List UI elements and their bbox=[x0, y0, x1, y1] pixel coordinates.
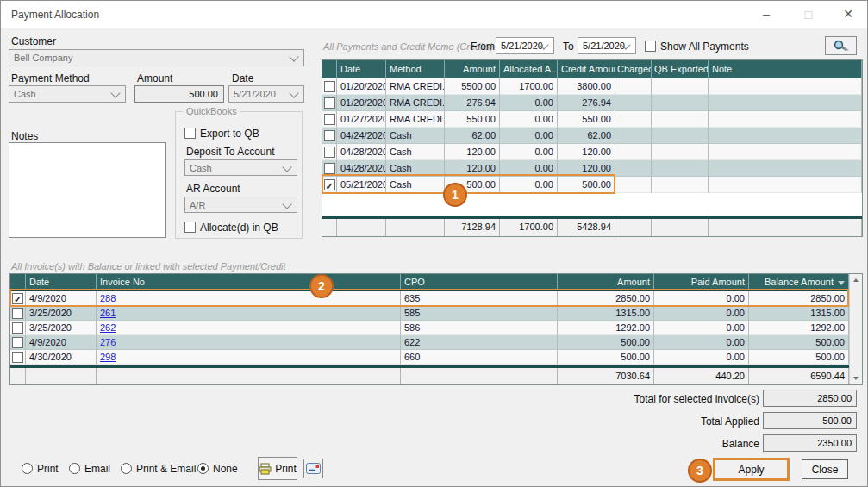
invoice-link[interactable]: 262 bbox=[100, 322, 116, 333]
invoice-row[interactable]: 4/30/2020 298 660 500.00 0.00 500.00 bbox=[10, 350, 849, 365]
invoices-totals-row: 7030.64 440.20 6590.44 bbox=[10, 368, 849, 384]
sort-descending-icon bbox=[838, 281, 845, 285]
header-charged[interactable]: Charged bbox=[615, 60, 652, 78]
annotation-step-2: 2 bbox=[309, 274, 334, 298]
row-checkbox[interactable] bbox=[324, 114, 335, 125]
total-applied-label: Total Applied bbox=[518, 415, 759, 428]
invoice-link[interactable]: 261 bbox=[100, 308, 116, 318]
row-checkbox[interactable] bbox=[324, 97, 335, 109]
row-checkbox[interactable] bbox=[12, 293, 23, 304]
from-date-select[interactable]: 5/21/2020 bbox=[496, 37, 554, 54]
cell-credit: 120.00 bbox=[558, 144, 615, 160]
payment-row-selected[interactable]: 05/21/2020 Cash 500.00 0.00 500.00 bbox=[322, 177, 862, 193]
balance-label: Balance bbox=[518, 438, 759, 450]
customer-select[interactable]: Bell Company bbox=[9, 49, 304, 66]
header-date[interactable]: Date bbox=[26, 274, 97, 290]
row-checkbox[interactable] bbox=[324, 130, 335, 141]
header-amount[interactable]: Amount bbox=[445, 60, 500, 78]
radio-print-and-email-circle[interactable] bbox=[121, 463, 132, 474]
radio-none[interactable]: None bbox=[197, 463, 238, 475]
cell-amount: 1315.00 bbox=[558, 306, 654, 321]
radio-none-label: None bbox=[213, 463, 238, 475]
vertical-scrollbar[interactable] bbox=[849, 274, 862, 384]
total-paid: 440.20 bbox=[654, 368, 749, 384]
cell-allocated: 0.00 bbox=[500, 111, 558, 128]
header-paid-amount[interactable]: Paid Amount bbox=[654, 274, 749, 290]
notes-textarea[interactable] bbox=[9, 142, 166, 238]
cell-date: 3/25/2020 bbox=[26, 306, 97, 321]
radio-print[interactable]: Print bbox=[22, 463, 59, 475]
header-cpo[interactable]: CPO bbox=[401, 274, 558, 290]
payment-method-select[interactable]: Cash bbox=[9, 85, 126, 103]
radio-email[interactable]: Email bbox=[69, 463, 110, 475]
header-note[interactable]: Note bbox=[709, 60, 862, 78]
print-button[interactable]: Print bbox=[258, 457, 297, 480]
header-qb-exported[interactable]: QB Exported bbox=[652, 60, 709, 78]
to-date-select[interactable]: 5/21/2020 bbox=[578, 37, 636, 54]
cell-amount: 62.00 bbox=[445, 128, 500, 144]
scroll-down-icon[interactable] bbox=[850, 371, 862, 384]
close-button[interactable]: Close bbox=[802, 459, 848, 479]
radio-email-label: Email bbox=[84, 463, 110, 475]
cell-method: RMA CREDI.. bbox=[386, 78, 445, 95]
show-all-payments-option[interactable]: Show All Payments bbox=[645, 41, 749, 53]
show-all-payments-checkbox[interactable] bbox=[645, 41, 656, 52]
search-button[interactable] bbox=[825, 36, 857, 55]
row-checkbox[interactable] bbox=[324, 179, 335, 190]
row-checkbox[interactable] bbox=[12, 352, 23, 363]
invoice-row[interactable]: 4/9/2020 276 622 500.00 0.00 500.00 bbox=[10, 335, 849, 350]
payment-row[interactable]: 04/28/2020 Cash 120.00 0.00 120.00 bbox=[322, 160, 862, 177]
header-credit-amount[interactable]: Credit Amount bbox=[558, 60, 615, 78]
date-label: Date bbox=[232, 72, 253, 84]
header-amount[interactable]: Amount bbox=[558, 274, 654, 290]
invoice-row[interactable]: 3/25/2020 262 586 1292.00 0.00 1292.00 bbox=[10, 321, 849, 335]
invoice-link[interactable]: 288 bbox=[100, 293, 116, 303]
export-to-qb-checkbox[interactable] bbox=[184, 128, 196, 139]
email-button[interactable] bbox=[303, 459, 323, 478]
radio-print-and-email[interactable]: Print & Email bbox=[121, 463, 196, 475]
title-bar: Payment Allocation – ◻ ✕ bbox=[1, 1, 867, 28]
invoice-row[interactable]: 3/25/2020 261 585 1315.00 0.00 1315.00 bbox=[10, 306, 849, 321]
row-checkbox[interactable] bbox=[324, 81, 335, 92]
close-icon[interactable]: ✕ bbox=[834, 1, 863, 27]
radio-none-circle[interactable] bbox=[197, 463, 209, 474]
row-checkbox[interactable] bbox=[12, 337, 23, 348]
allocated-in-qb-checkbox[interactable] bbox=[184, 222, 196, 233]
header-method[interactable]: Method bbox=[386, 60, 445, 78]
ar-account-select[interactable]: A/R bbox=[184, 197, 297, 213]
radio-print-and-email-label: Print & Email bbox=[136, 463, 196, 475]
payment-row[interactable]: 04/28/2020 Cash 120.00 0.00 120.00 bbox=[322, 144, 862, 160]
invoice-row-selected[interactable]: 4/9/2020 288 635 2850.00 0.00 2850.00 bbox=[10, 291, 849, 306]
header-invoice-no[interactable]: Invoice No bbox=[97, 274, 401, 290]
minimize-button[interactable]: – bbox=[752, 1, 781, 27]
deposit-account-select[interactable]: Cash bbox=[184, 159, 297, 176]
row-checkbox[interactable] bbox=[12, 308, 23, 319]
radio-print-circle[interactable] bbox=[22, 463, 33, 474]
search-icon bbox=[833, 40, 850, 52]
header-date[interactable]: Date bbox=[337, 60, 386, 78]
invoice-link[interactable]: 276 bbox=[100, 337, 116, 347]
scroll-up-icon[interactable] bbox=[850, 274, 862, 287]
row-checkbox[interactable] bbox=[12, 322, 23, 334]
date-select[interactable]: 5/21/2020 bbox=[228, 85, 304, 103]
payment-row[interactable]: 01/20/2020 RMA CREDI.. 276.94 0.00 276.9… bbox=[322, 95, 862, 111]
cell-date: 4/30/2020 bbox=[26, 350, 97, 365]
invoices-section-label: All Invoice(s) with Balance or linked wi… bbox=[11, 261, 286, 272]
row-checkbox[interactable] bbox=[324, 147, 335, 158]
allocated-in-qb-option[interactable]: Allocate(d) in QB bbox=[184, 222, 278, 234]
apply-button[interactable]: Apply bbox=[713, 458, 790, 481]
cell-amount: 2850.00 bbox=[558, 291, 654, 306]
amount-field[interactable]: 500.00 bbox=[134, 85, 224, 103]
cell-method: Cash bbox=[386, 177, 445, 193]
payment-row[interactable]: 01/27/2020 RMA CREDI.. 550.00 0.00 550.0… bbox=[322, 111, 862, 128]
header-allocated[interactable]: Allocated A.. bbox=[500, 60, 558, 78]
radio-email-circle[interactable] bbox=[69, 463, 80, 474]
payment-row[interactable]: 04/24/2020 Cash 62.00 0.00 62.00 bbox=[322, 128, 862, 144]
invoice-link[interactable]: 298 bbox=[100, 352, 116, 362]
payment-row[interactable]: 01/20/2020 RMA CREDI.. 5500.00 1700.00 3… bbox=[322, 78, 862, 95]
row-checkbox[interactable] bbox=[324, 163, 335, 174]
header-balance-amount[interactable]: Balance Amount bbox=[749, 274, 849, 290]
cell-date: 4/9/2020 bbox=[26, 335, 97, 350]
export-to-qb-option[interactable]: Export to QB bbox=[184, 128, 259, 140]
cell-amount: 276.94 bbox=[445, 95, 500, 111]
